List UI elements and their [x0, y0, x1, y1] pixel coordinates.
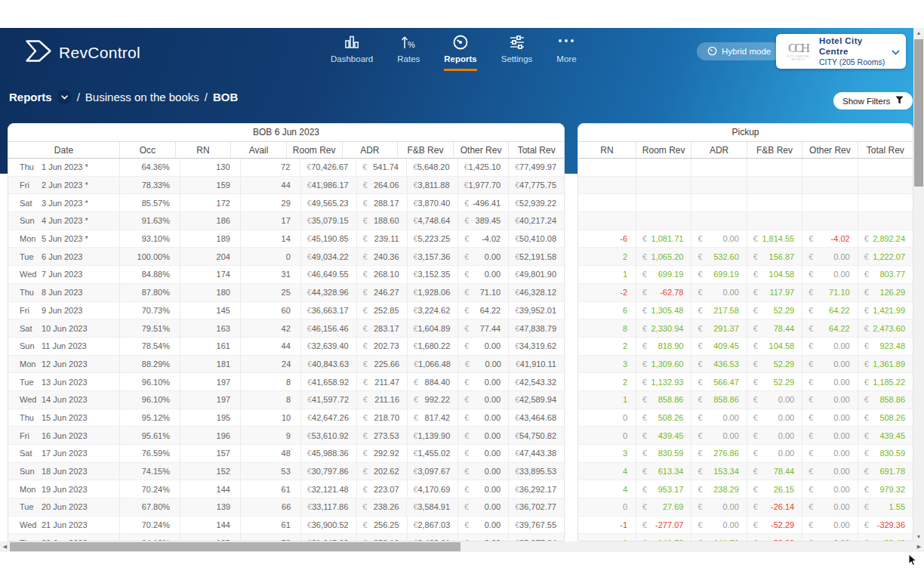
cell-number: 2 [578, 338, 636, 355]
cell-date: Thu8 Jun 2023 [8, 284, 120, 301]
cell-number: 78.33% [120, 177, 180, 194]
date-label: 3 Jun 2023 * [42, 199, 119, 208]
show-filters-button[interactable]: Show Filters [833, 92, 913, 110]
cell-currency: €389.45 [458, 212, 509, 230]
vertical-scrollbar[interactable]: ▲ ▼ [913, 28, 924, 541]
cell-value: 2,867.03 [417, 520, 457, 529]
euro-sign: € [802, 449, 813, 458]
euro-sign: € [509, 180, 519, 190]
cell-number: 64.36% [120, 159, 180, 176]
date-label: 11 Jun 2023 [42, 341, 119, 350]
scroll-right-arrow[interactable]: ▶ [914, 541, 924, 552]
cell-value: 223.07 [374, 485, 407, 494]
horizontal-scrollbar-thumb[interactable] [10, 542, 460, 551]
cell-value: -52.29 [771, 520, 802, 529]
breadcrumb-reports[interactable]: Reports [9, 91, 52, 103]
cell-currency: €283.17 [357, 319, 408, 337]
euro-sign: € [458, 341, 469, 350]
cell-value: 0.00 [485, 359, 509, 369]
cell-currency: €49,565.23 [301, 194, 357, 211]
cell-value: -26.14 [771, 502, 802, 511]
table-row [578, 159, 913, 177]
cell-currency: €923.48 [858, 338, 913, 355]
day-label: Mon [8, 485, 42, 494]
cell-value: 42,589.94 [519, 395, 564, 404]
cell-value: 1,309.60 [651, 359, 691, 369]
table-row: 2€1,132.93€566.47€52.29€0.00€1,185.22 [578, 373, 913, 391]
cell-value: 803.77 [879, 270, 913, 279]
cell-value: 273.53 [374, 431, 407, 440]
euro-sign: € [509, 216, 519, 225]
day-label: Sat [8, 449, 42, 458]
cell-value: 27.69 [663, 502, 691, 511]
nav-item-rates[interactable]: % Rates [397, 32, 420, 71]
cell-currency: €45,988.36 [301, 445, 357, 462]
cell-value: 117.97 [769, 288, 802, 297]
hybrid-mode-badge[interactable]: Hybrid mode [697, 42, 781, 60]
cell-currency: €0.00 [458, 373, 509, 390]
euro-sign: € [802, 252, 813, 261]
euro-sign: € [301, 252, 312, 261]
cell-currency: €0.00 [459, 356, 510, 373]
euro-sign: € [509, 324, 519, 333]
euro-sign: € [458, 216, 469, 225]
cell-number: 96.10% [120, 391, 180, 409]
revcontrol-logo-icon [25, 39, 52, 66]
euro-sign: € [802, 359, 813, 369]
breadcrumb-dropdown-toggle[interactable] [57, 90, 72, 104]
horizontal-scrollbar[interactable]: ◀ ▶ [0, 541, 924, 552]
cell-value: 0.00 [778, 431, 802, 440]
euro-sign: € [747, 413, 758, 422]
table-row: Sat17 Jun 202376.59%15748€45,988.36€292.… [8, 445, 564, 463]
breadcrumb-section[interactable]: Business on the books [85, 91, 199, 103]
euro-sign: € [458, 252, 469, 261]
euro-sign: € [357, 324, 368, 333]
euro-sign: € [636, 341, 647, 350]
cell-value: 46,328.12 [519, 288, 564, 297]
euro-sign: € [802, 306, 813, 315]
cell-currency: €1,185.22 [858, 373, 913, 390]
cell-currency: €34,319.62 [509, 338, 564, 355]
cell-currency: €0.00 [458, 534, 509, 541]
cell-currency: €0.00 [458, 427, 509, 444]
hotel-selector[interactable]: CCH CITY CENTRE HOTELS Hotel City Centre… [776, 34, 906, 69]
cell-value: 992.22 [425, 395, 458, 404]
euro-sign: € [747, 485, 758, 494]
cell-value: 0.00 [778, 449, 802, 458]
cell-value: 264.06 [374, 180, 407, 190]
nav-item-settings[interactable]: Settings [501, 32, 533, 71]
cell-currency: €830.59 [636, 445, 691, 462]
nav-item-dashboard[interactable]: Dashboard [331, 32, 373, 71]
nav-item-reports[interactable]: Reports [444, 32, 476, 71]
cell-number: 91.63% [120, 212, 180, 230]
nav-item-more[interactable]: More [556, 32, 576, 71]
cell-number: 144 [180, 517, 241, 534]
cell-currency: €71.10 [458, 284, 509, 301]
cell-currency [636, 159, 691, 176]
cell-value: 830.59 [879, 449, 913, 458]
scroll-up-arrow[interactable]: ▲ [913, 28, 924, 38]
cell-value: 4,748.64 [417, 216, 457, 225]
cell-currency: €3,157.36 [408, 248, 459, 265]
euro-sign: € [858, 324, 869, 333]
cell-currency: €691.78 [858, 463, 913, 480]
cell-currency: €77.44 [458, 319, 509, 337]
date-label: 18 Jun 2023 [42, 467, 119, 476]
cell-currency: €238.26 [356, 498, 407, 516]
cell-value: 36,663.17 [312, 306, 356, 315]
euro-sign: € [636, 395, 647, 404]
cell-currency: €52.29 [747, 373, 802, 390]
cell-number: 67.80% [120, 498, 180, 516]
cell-currency: €-52.29 [747, 534, 802, 541]
date-label: 13 Jun 2023 [42, 378, 119, 387]
table-row: Sat10 Jun 202379.51%16342€46,156.46€283.… [8, 319, 564, 338]
revcontrol-logo[interactable]: RevControl [25, 39, 140, 66]
scroll-left-arrow[interactable]: ◀ [0, 541, 10, 552]
cell-currency [691, 159, 747, 176]
cell-date: Fri9 Jun 2023 [8, 302, 120, 319]
cell-number [578, 159, 636, 176]
scroll-down-arrow[interactable]: ▼ [913, 532, 924, 541]
vertical-scrollbar-thumb[interactable] [914, 39, 923, 187]
table-row [578, 212, 913, 230]
euro-sign: € [458, 502, 469, 511]
